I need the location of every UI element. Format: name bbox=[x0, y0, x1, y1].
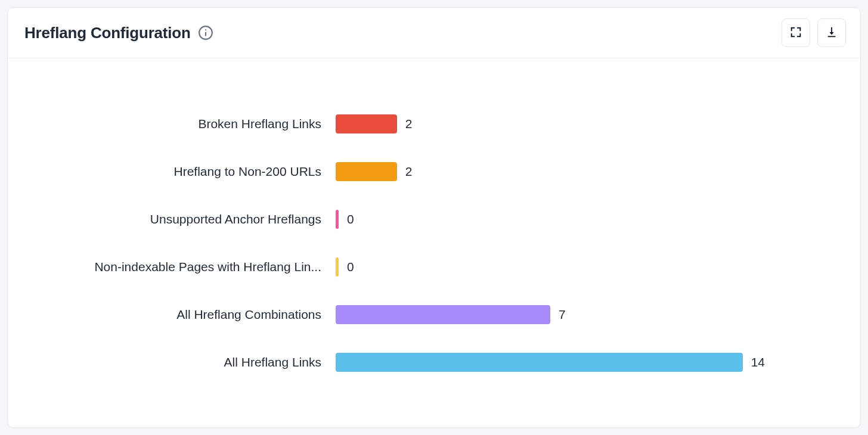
bar-fill[interactable] bbox=[336, 353, 743, 372]
bar-fill[interactable] bbox=[336, 162, 397, 181]
bar-track: 0 bbox=[336, 257, 765, 276]
bar-fill[interactable] bbox=[336, 257, 339, 276]
bar-row: All Hreflang Links 14 bbox=[32, 353, 765, 372]
bar-label: All Hreflang Combinations bbox=[32, 307, 336, 322]
bar-label: Hreflang to Non-200 URLs bbox=[32, 164, 336, 179]
bar-fill[interactable] bbox=[336, 114, 397, 133]
expand-icon bbox=[789, 26, 802, 41]
chart-area: Broken Hreflang Links 2 Hreflang to Non-… bbox=[8, 58, 860, 427]
bar-value: 0 bbox=[347, 212, 354, 226]
bar-track: 2 bbox=[336, 162, 765, 181]
bar-value: 7 bbox=[559, 307, 566, 322]
bar-label: Non-indexable Pages with Hreflang Lin... bbox=[32, 260, 336, 274]
expand-button[interactable] bbox=[782, 18, 810, 47]
bar-value: 14 bbox=[751, 355, 765, 369]
bar-track: 7 bbox=[336, 305, 765, 324]
bar-value: 2 bbox=[405, 117, 413, 131]
info-icon[interactable] bbox=[198, 25, 213, 41]
svg-rect-3 bbox=[828, 36, 836, 37]
bar-label: Broken Hreflang Links bbox=[32, 117, 336, 131]
bar-track: 0 bbox=[336, 210, 765, 229]
bar-row: Non-indexable Pages with Hreflang Lin...… bbox=[32, 257, 765, 276]
download-icon bbox=[825, 26, 838, 41]
bar-row: Hreflang to Non-200 URLs 2 bbox=[32, 162, 765, 181]
bar-label: Unsupported Anchor Hreflangs bbox=[32, 212, 336, 226]
bar-fill[interactable] bbox=[336, 305, 550, 324]
card-header: Hreflang Configuration bbox=[8, 8, 860, 58]
title-wrap: Hreflang Configuration bbox=[24, 24, 213, 42]
bar-track: 14 bbox=[336, 353, 765, 372]
download-button[interactable] bbox=[817, 18, 846, 47]
page-title: Hreflang Configuration bbox=[24, 24, 191, 42]
bar-label: All Hreflang Links bbox=[32, 355, 336, 369]
bar-row: Unsupported Anchor Hreflangs 0 bbox=[32, 210, 765, 229]
bar-track: 2 bbox=[336, 114, 765, 133]
bar-fill[interactable] bbox=[336, 210, 339, 229]
bar-row: All Hreflang Combinations 7 bbox=[32, 305, 765, 324]
header-actions bbox=[782, 18, 846, 47]
bar-value: 0 bbox=[347, 260, 354, 274]
hreflang-card: Hreflang Configuration bbox=[7, 7, 861, 428]
bar-row: Broken Hreflang Links 2 bbox=[32, 114, 765, 133]
bar-value: 2 bbox=[405, 164, 413, 179]
svg-point-2 bbox=[205, 29, 206, 30]
